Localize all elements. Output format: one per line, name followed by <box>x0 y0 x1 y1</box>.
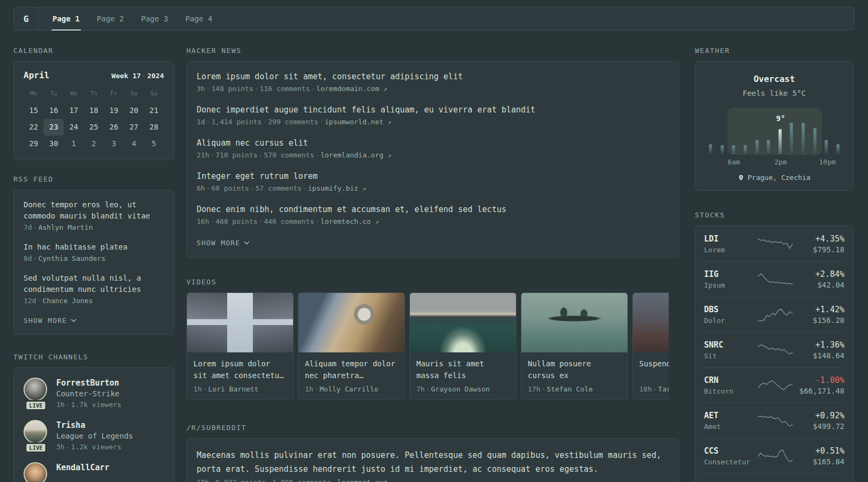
hn-comments[interactable]: 579 comments <box>264 151 314 159</box>
dot-separator: · <box>209 151 215 159</box>
calendar-day[interactable]: 20 <box>124 102 144 119</box>
calendar-day[interactable]: 18 <box>84 102 103 119</box>
rss-show-more-button[interactable]: SHOW MORE <box>24 317 77 325</box>
twitch-channel[interactable]: LIVE ForrestBurton Counter-Strike 1h·1.7… <box>24 378 164 411</box>
video-thumbnail[interactable] <box>633 293 669 352</box>
stock-price: $156.28 <box>795 315 844 326</box>
rss-item-title[interactable]: Donec tempor eros leo, ut commodo mauris… <box>24 199 164 222</box>
stock-row[interactable]: AHS +0.46% <box>704 473 844 482</box>
video-card[interactable]: Aliquam tempor dolor nec pharetra… 1h·Mo… <box>298 292 405 400</box>
tab-page-4[interactable]: Page 4 <box>177 7 221 30</box>
weather-location[interactable]: Prague, Czechia <box>706 174 842 182</box>
video-title[interactable]: Mauris sit amet massa felis <box>416 358 510 381</box>
subreddit-post-title[interactable]: Maecenas mollis pulvinar erat non posuer… <box>197 448 669 476</box>
stock-row[interactable]: CCSConsectetur +0.51%$165.84 <box>704 438 844 473</box>
calendar-day[interactable]: 19 <box>104 102 124 119</box>
tab-page-3[interactable]: Page 3 <box>132 7 177 30</box>
stock-name: Consectetur <box>704 457 755 467</box>
stock-row[interactable]: CRNBitcorn -1.00%$66,171.48 <box>704 367 844 403</box>
video-author[interactable]: Tara <box>658 385 669 393</box>
video-title[interactable]: Aliquam tempor dolor nec pharetra… <box>305 358 398 381</box>
video-card[interactable]: Suspendisse diam 18h·Tara <box>632 292 669 400</box>
twitch-channel-name[interactable]: KendallCarr <box>56 462 109 473</box>
calendar-day[interactable]: 17 <box>64 102 84 119</box>
calendar-day[interactable]: 23 <box>43 119 63 135</box>
video-card[interactable]: Mauris sit amet massa felis 7h·Grayson D… <box>409 292 517 400</box>
video-thumbnail[interactable] <box>521 293 627 352</box>
hn-domain-link[interactable]: loremtech.co ↗ <box>320 217 379 225</box>
video-meta: 1h·Lori Barnett <box>193 385 287 393</box>
hn-item-title[interactable]: Donec imperdiet augue tincidunt felis al… <box>197 104 669 116</box>
stock-row[interactable]: AETAmet +0.92%$499.72 <box>704 403 844 438</box>
hn-item-title[interactable]: Integer eget rutrum lorem <box>197 171 669 182</box>
hn-comments[interactable]: 440 comments <box>264 217 314 225</box>
stock-row[interactable]: IIGIpsum +2.84%$42.04 <box>704 261 844 297</box>
calendar-day[interactable]: 25 <box>84 119 103 135</box>
calendar-day[interactable]: 16 <box>43 102 63 119</box>
hn-show-more-button[interactable]: SHOW MORE <box>197 239 250 247</box>
twitch-channel[interactable]: LIVE Trisha League of Legends 3h·1.2k vi… <box>24 420 164 453</box>
video-title[interactable]: Nullam posuere cursus ex <box>528 358 621 381</box>
calendar-day[interactable]: 21 <box>144 102 164 119</box>
hn-item-title[interactable]: Donec enim nibh, condimentum et accumsan… <box>197 204 669 215</box>
rss-item-author[interactable]: Chance Jones <box>42 297 93 305</box>
video-title[interactable]: Lorem ipsum dolor sit amet consectetu… <box>193 358 287 381</box>
video-card[interactable]: Nullam posuere cursus ex 17h·Stefan Cole <box>521 292 628 400</box>
calendar-day[interactable]: 1 <box>64 135 84 152</box>
external-link-icon: ↗ <box>387 118 391 126</box>
hn-item-title[interactable]: Aliquam nec cursus elit <box>197 138 669 149</box>
video-author[interactable]: Stefan Cole <box>547 385 593 393</box>
external-link-icon: ↗ <box>362 185 366 192</box>
hn-comments[interactable]: 57 comments <box>256 184 302 192</box>
twitch-channel-name[interactable]: ForrestBurton <box>56 378 121 388</box>
stock-row[interactable]: SNRCSit +1.36%$148.64 <box>704 332 844 367</box>
dot-separator: · <box>141 72 147 80</box>
video-title[interactable]: Suspendisse diam <box>639 358 669 381</box>
hn-domain-link[interactable]: loremdomain.com ↗ <box>316 85 387 93</box>
post-comments[interactable]: 1,090 comments <box>272 478 331 482</box>
hn-domain-link[interactable]: ipsumify.biz ↗ <box>308 184 366 192</box>
video-author[interactable]: Lori Barnett <box>208 385 258 393</box>
calendar-day[interactable]: 3 <box>104 135 124 152</box>
video-thumbnail[interactable] <box>410 293 516 352</box>
calendar-day[interactable]: 5 <box>144 135 164 152</box>
twitch-channel-name[interactable]: Trisha <box>56 420 133 431</box>
rss-item-title[interactable]: In hac habitasse platea <box>24 242 164 253</box>
app-logo[interactable]: G <box>14 7 39 30</box>
calendar-day[interactable]: 22 <box>24 119 43 135</box>
avatar <box>24 462 47 482</box>
hn-domain-link[interactable]: loremlandia.org ↗ <box>320 151 391 159</box>
video-thumbnail[interactable] <box>298 293 405 352</box>
calendar-day[interactable]: 27 <box>124 119 144 135</box>
stock-row[interactable]: DBSDolor +1.42%$156.28 <box>704 297 844 332</box>
video-meta: 17h·Stefan Cole <box>528 385 621 393</box>
calendar-day[interactable]: 15 <box>24 102 43 119</box>
calendar-day[interactable]: 2 <box>84 135 103 152</box>
video-thumbnail[interactable] <box>187 293 293 352</box>
calendar-day[interactable]: 30 <box>43 135 63 152</box>
video-author[interactable]: Grayson Dawson <box>431 385 490 393</box>
external-link-icon: ↗ <box>392 479 395 482</box>
hn-item-title[interactable]: Lorem ipsum dolor sit amet, consectetur … <box>197 71 669 82</box>
calendar-day[interactable]: 4 <box>124 135 144 152</box>
calendar-day[interactable]: 24 <box>64 119 84 135</box>
hn-comments[interactable]: 116 comments <box>260 85 310 93</box>
twitch-channel[interactable]: KendallCarr <box>24 462 164 482</box>
hn-domain: loremdomain.com <box>316 85 379 93</box>
tab-page-2[interactable]: Page 2 <box>88 7 133 30</box>
stock-row[interactable]: LDILorem +4.35%$795.18 <box>704 226 844 261</box>
calendar-day[interactable]: 28 <box>144 119 164 135</box>
hn-item: Integer eget rutrum lorem 6h·60 points·5… <box>197 171 669 194</box>
rss-item-author[interactable]: Ashlyn Martin <box>38 223 93 231</box>
hn-comments[interactable]: 299 comments <box>268 118 318 126</box>
stock-sparkline <box>755 236 795 251</box>
calendar-day[interactable]: 29 <box>24 135 43 152</box>
calendar-day[interactable]: 26 <box>104 119 124 135</box>
hn-domain-link[interactable]: ipsumworld.net ↗ <box>325 118 392 126</box>
post-domain-link[interactable]: loremnet.xyz ↗ <box>337 478 395 482</box>
rss-item-author[interactable]: Cynthia Saunders <box>38 254 105 262</box>
rss-item-title[interactable]: Sed volutpat nulla nisl, a condimentum n… <box>24 273 164 295</box>
video-author[interactable]: Molly Carrillo <box>319 385 378 393</box>
tab-page-1[interactable]: Page 1 <box>44 7 88 30</box>
video-card[interactable]: Lorem ipsum dolor sit amet consectetu… 1… <box>186 292 294 400</box>
